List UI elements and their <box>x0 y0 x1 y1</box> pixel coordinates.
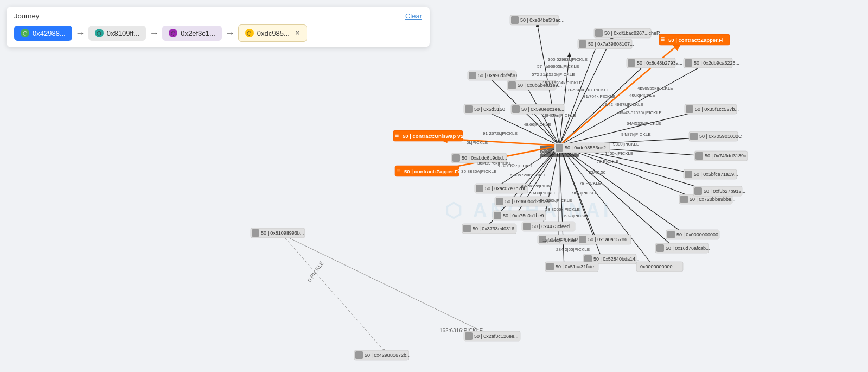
svg-text:79-PICKLE: 79-PICKLE <box>597 159 618 164</box>
svg-text:≡: ≡ <box>661 35 665 43</box>
svg-text:50 | 0x429881672b...: 50 | 0x429881672b... <box>365 352 410 358</box>
svg-text:94/87k|PICKLE: 94/87k|PICKLE <box>621 132 651 137</box>
svg-rect-37 <box>511 16 519 24</box>
svg-text:35-8830A|PICKLE: 35-8830A|PICKLE <box>461 169 496 174</box>
node-x35f1[interactable]: 50 | 0x35f1cc527b... <box>685 104 739 114</box>
svg-rect-76 <box>690 133 698 140</box>
node-x5d31[interactable]: 50 | 0x5d3150 <box>464 104 505 114</box>
svg-text:50 | contract:Uniswap V2: 50 | contract:Uniswap V2 <box>403 133 463 139</box>
journey-nodes: ⬡ 0x42988... → ⬡ 0x8109ff... → ⬡ 0x2ef3c… <box>14 24 422 42</box>
node-x429881[interactable]: 50 | 0x429881672b... <box>354 350 410 360</box>
node-x8c48[interactable]: 50 | 0x8c48b2793a... <box>627 58 682 68</box>
svg-text:≡: ≡ <box>397 167 400 174</box>
node-icon-1: ⬡ <box>21 29 29 37</box>
svg-text:0x0000000000...: 0x0000000000... <box>640 264 676 269</box>
svg-text:50 | 0x1a0a15786...: 50 | 0x1a0a15786... <box>588 237 631 242</box>
svg-text:9300|PICKLE: 9300|PICKLE <box>613 142 639 147</box>
node-x1a0a[interactable]: 50 | 0x1a0a15786... <box>578 235 631 244</box>
svg-rect-127 <box>546 263 554 270</box>
svg-text:50 | 0x728bbe9bbe...: 50 | 0x728bbe9bbe... <box>690 197 735 202</box>
journey-node-4[interactable]: ⬡ 0xdc985... × <box>238 24 307 42</box>
svg-rect-94 <box>496 198 503 205</box>
svg-rect-52 <box>685 59 692 67</box>
svg-rect-61 <box>465 105 473 113</box>
journey-node-2[interactable]: ⬡ 0x8109ff... <box>88 26 146 41</box>
node-x16d7[interactable]: 50 | 0x16d76afcab... <box>655 243 710 253</box>
node-x743d[interactable]: 50 | 0x743dd3139c... <box>694 151 750 161</box>
node-x3733[interactable]: 50 | 0x3733e40316... <box>462 224 518 234</box>
svg-rect-85 <box>695 152 703 160</box>
svg-text:50 | 0x52840bda14...: 50 | 0x52840bda14... <box>593 256 639 262</box>
node-x5bfc[interactable]: 50 | 0x5bfce71a19... <box>684 169 738 179</box>
svg-rect-132 <box>252 229 259 237</box>
node-x7a39[interactable]: 50 | 0x7a39608107... <box>578 39 634 49</box>
node-xa96d[interactable]: 50 | 0xa96d5fef30... <box>468 71 521 80</box>
journey-title: Journey <box>14 12 39 20</box>
svg-rect-40 <box>595 29 603 37</box>
node-contract-zapper-top[interactable]: 50 | contract:Zapper.Fi ≡ <box>659 34 730 45</box>
node-x4473[interactable]: 50 | 0x4473cfeed... <box>522 222 575 231</box>
svg-text:391-5S608107|PICKLE: 391-5S608107|PICKLE <box>564 87 609 92</box>
node-xc75c[interactable]: 50 | 0xc75c0c1be9... <box>493 211 548 220</box>
journey-node-3[interactable]: ⬡ 0x2ef3c1... <box>162 26 222 41</box>
edge-label-pickle-0: 0 PICKLE <box>307 260 325 283</box>
svg-text:50 | 0x743dd3139c...: 50 | 0x743dd3139c... <box>705 153 750 159</box>
svg-text:63-35720k|PICKLE: 63-35720k|PICKLE <box>510 173 547 178</box>
remove-node-4[interactable]: × <box>295 28 300 38</box>
node-xe84[interactable]: 50 | 0xe84be5f8ac... <box>510 15 564 25</box>
svg-text:48.66|PICKLE: 48.66|PICKLE <box>524 122 551 127</box>
node-xdc98[interactable]: 50 | 0xdc98556ce2... <box>554 143 610 153</box>
svg-text:50 | 0xe84be5f8ac...: 50 | 0xe84be5f8ac... <box>520 17 564 23</box>
svg-text:50 | 0xa96d5fef30...: 50 | 0xa96d5fef30... <box>478 73 521 78</box>
svg-text:4b96955k|PICKLE: 4b96955k|PICKLE <box>637 86 673 91</box>
node-x8109ff-bottom[interactable]: 50 | 0x8109ff993b... <box>251 228 305 238</box>
node-xdf1[interactable]: 50 | 0xdf1bac8267...cheR <box>594 28 660 38</box>
svg-rect-64 <box>512 105 520 113</box>
node-x2ef3c-bottom[interactable]: 50 | 0x2ef3c126ee... <box>464 331 520 341</box>
svg-text:50 | 0x8109ff993b...: 50 | 0x8109ff993b... <box>261 230 304 236</box>
svg-text:50 | 0x0000000000...: 50 | 0x0000000000... <box>676 232 722 237</box>
svg-text:0k|PICKLE: 0k|PICKLE <box>467 140 488 145</box>
node-icon-2: ⬡ <box>95 29 104 37</box>
node-x51ca[interactable]: 50 | 0x51ca31fc/e... <box>545 262 598 272</box>
svg-line-34 <box>282 235 385 352</box>
svg-rect-103 <box>494 212 501 219</box>
svg-text:460k|PICKLE: 460k|PICKLE <box>629 93 655 98</box>
svg-text:50 | contract:Zapper.Fi: 50 | contract:Zapper.Fi <box>668 37 723 43</box>
graph-canvas[interactable]: ⬡ ANCHAINAI 410⬡4532k|PICKLE <box>0 0 868 372</box>
svg-text:572-21/2525k|PICKLE: 572-21/2525k|PICKLE <box>532 72 575 77</box>
clear-button[interactable]: Clear <box>405 12 422 20</box>
svg-text:80-7612k|PICKLE: 80-7612k|PICKLE <box>521 184 556 188</box>
node-x0000-bot[interactable]: 0x0000000000... <box>636 262 683 272</box>
node-contract-zapper-lower[interactable]: 50 | contract:Zapper.Fi ≡ <box>395 166 459 176</box>
svg-text:50 | 0x705901032C: 50 | 0x705901032C <box>699 134 742 139</box>
svg-text:50 | 0xabdc6b9cbd...: 50 | 0xabdc6b9cbd... <box>462 155 507 161</box>
node-x7059[interactable]: 50 | 0x705901032C <box>689 131 742 141</box>
svg-text:1|8409m|PICKLE: 1|8409m|PICKLE <box>542 113 576 118</box>
svg-text:50 | 0x5d3150: 50 | 0x5d3150 <box>474 106 505 112</box>
journey-node-1[interactable]: ⬡ 0x42988... <box>14 26 72 41</box>
svg-text:98-8|PICKLE: 98-8|PICKLE <box>572 191 598 196</box>
arrow-1: → <box>75 28 85 39</box>
svg-text:50 | 0x5bfce71a19...: 50 | 0x5bfce71a19... <box>694 172 738 177</box>
node-label-2: 0x8109ff... <box>107 29 139 37</box>
node-xf5b2[interactable]: 50 | 0xf5b27b912... <box>693 186 745 196</box>
svg-rect-100 <box>694 187 702 195</box>
svg-text:300-52983k|PICKLE: 300-52983k|PICKLE <box>548 57 588 62</box>
svg-text:58-8066k|PICKLE: 58-8066k|PICKLE <box>545 207 580 212</box>
node-label-4: 0xdc985... <box>257 29 290 37</box>
svg-text:81/704k|PICKLE: 81/704k|PICKLE <box>583 94 615 99</box>
node-label-3: 0x2ef3c1... <box>181 29 215 37</box>
svg-text:50 | 0xdf1bac8267...cheR: 50 | 0xdf1bac8267...cheR <box>604 30 660 36</box>
svg-text:69/42-49S7k|PICKLE: 69/42-49S7k|PICKLE <box>602 102 643 107</box>
svg-rect-91 <box>476 185 483 192</box>
node-contract-uniswap[interactable]: 50 | contract:Uniswap V2 ≡ <box>393 130 463 141</box>
node-x0000-top[interactable]: 50 | 0x0000000000... <box>666 230 722 239</box>
svg-text:≡: ≡ <box>395 131 399 139</box>
svg-text:64/4532k|PICKLE: 64/4532k|PICKLE <box>627 121 661 126</box>
svg-text:50 | 0x35f1cc527b...: 50 | 0x35f1cc527b... <box>695 106 739 112</box>
svg-text:153-15284k|PICKLE: 153-15284k|PICKLE <box>542 80 582 85</box>
svg-text:91-2672k|PICKLE: 91-2672k|PICKLE <box>483 131 518 136</box>
svg-text:50 | 0x2db9ca3225...: 50 | 0x2db9ca3225... <box>694 60 739 66</box>
node-x2db9[interactable]: 50 | 0x2db9ca3225... <box>684 58 739 68</box>
